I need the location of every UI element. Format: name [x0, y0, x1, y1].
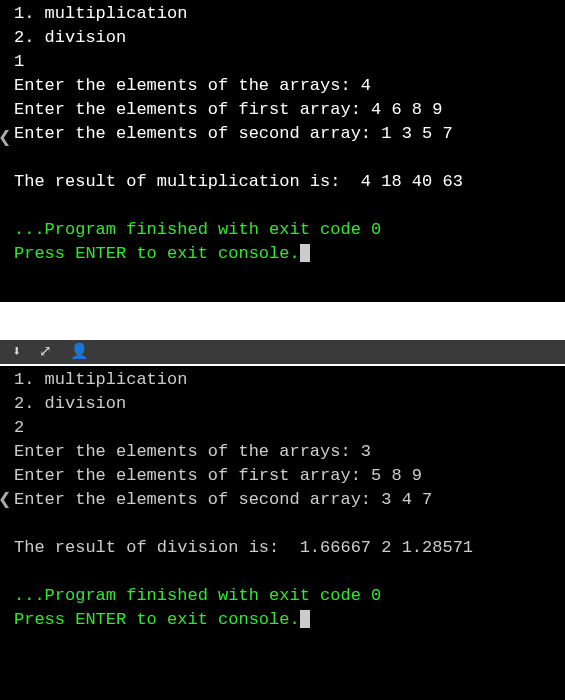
- scroll-up-icon[interactable]: ❮: [0, 128, 11, 150]
- output-line: 2. division: [0, 392, 565, 416]
- expand-icon[interactable]: ⤢: [39, 345, 52, 360]
- cursor-block-icon: [300, 610, 310, 628]
- cursor-block-icon: [300, 244, 310, 262]
- output-line: Enter the elements of second array: 3 4 …: [0, 488, 565, 512]
- panel-separator: [0, 302, 565, 340]
- output-line-success: ...Program finished with exit code 0: [0, 584, 565, 608]
- output-line: 2: [0, 416, 565, 440]
- output-line: Enter the elements of the arrays: 3: [0, 440, 565, 464]
- output-line: [0, 560, 565, 584]
- output-line: Enter the elements of the arrays: 4: [0, 74, 565, 98]
- output-line-prompt: Press ENTER to exit console.: [0, 608, 565, 632]
- output-line-success: ...Program finished with exit code 0: [0, 218, 565, 242]
- user-icon[interactable]: 👤: [70, 345, 89, 360]
- output-line: 1. multiplication: [0, 368, 565, 392]
- press-enter-text: Press ENTER to exit console.: [14, 244, 300, 263]
- chevron-down-icon[interactable]: ⬇: [12, 345, 21, 360]
- output-line: Enter the elements of second array: 1 3 …: [0, 122, 565, 146]
- press-enter-text: Press ENTER to exit console.: [14, 610, 300, 629]
- output-line: The result of division is: 1.66667 2 1.2…: [0, 536, 565, 560]
- output-line: [0, 194, 565, 218]
- output-line: [0, 512, 565, 536]
- terminal-panel-bottom: ❮ 1. multiplication 2. division 2 Enter …: [0, 366, 565, 700]
- output-line: 1. multiplication: [0, 2, 565, 26]
- output-line: Enter the elements of first array: 4 6 8…: [0, 98, 565, 122]
- output-line-prompt: Press ENTER to exit console.: [0, 242, 565, 266]
- output-line: 2. division: [0, 26, 565, 50]
- output-line: The result of multiplication is: 4 18 40…: [0, 170, 565, 194]
- output-line: [0, 146, 565, 170]
- output-line: Enter the elements of first array: 5 8 9: [0, 464, 565, 488]
- output-line: 1: [0, 50, 565, 74]
- terminal-panel-top: ❮ 1. multiplication 2. division 1 Enter …: [0, 0, 565, 302]
- scroll-up-icon[interactable]: ❮: [0, 490, 11, 512]
- terminal-toolbar: ⬇ ⤢ 👤: [0, 340, 565, 366]
